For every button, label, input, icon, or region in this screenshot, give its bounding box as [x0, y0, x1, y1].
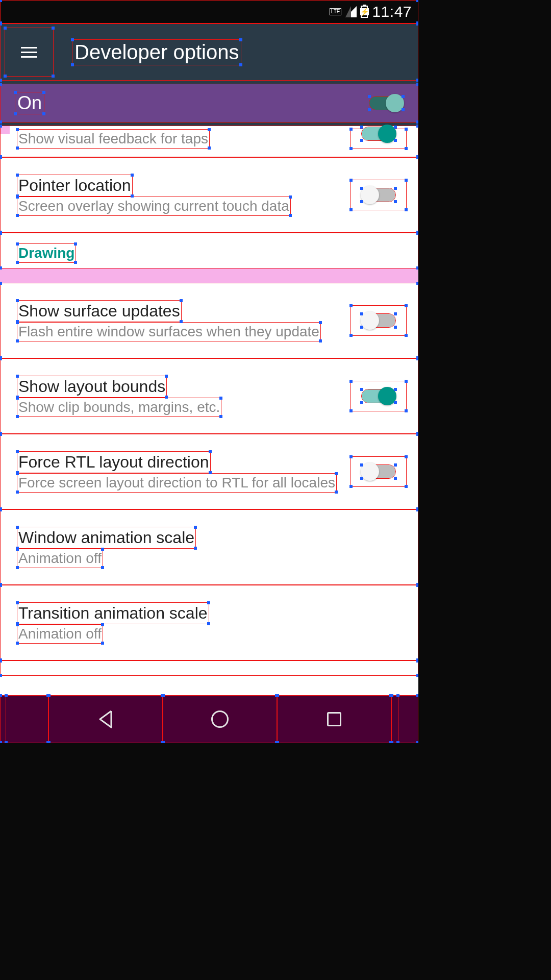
toggle-show-surface-updates[interactable]: [361, 313, 396, 328]
row-force-rtl[interactable]: Force RTL layout direction Force screen …: [0, 434, 418, 509]
toggle-show-taps[interactable]: [361, 127, 396, 141]
toggle-pointer-location[interactable]: [361, 188, 396, 202]
nav-recent-button[interactable]: [277, 695, 391, 743]
row-subtitle: Flash entire window surfaces when they u…: [17, 322, 321, 341]
master-switch-row[interactable]: On: [0, 84, 418, 122]
hamburger-menu-button[interactable]: [5, 28, 54, 77]
app-bar: Developer options: [0, 23, 418, 81]
settings-list[interactable]: Show visual feedback for taps Pointer lo…: [0, 126, 418, 676]
row-title: Show layout bounds: [17, 376, 167, 398]
nav-spacer: [391, 695, 398, 743]
row-title: Pointer location: [17, 175, 133, 197]
section-header-label: Drawing: [17, 243, 76, 263]
status-bar-clock: 11:47: [372, 3, 412, 20]
back-icon: [98, 710, 113, 728]
row-title: Force RTL layout direction: [17, 451, 211, 473]
navigation-bar: [0, 695, 418, 743]
row-subtitle: Animation off: [17, 549, 103, 568]
row-show-taps[interactable]: Show visual feedback for taps: [0, 126, 418, 157]
switch-slot: [350, 305, 407, 336]
row-show-surface-updates[interactable]: Show surface updates Flash entire window…: [0, 283, 418, 358]
battery-charging-icon: ⚡: [361, 4, 368, 19]
switch-slot: [350, 381, 407, 411]
app-bar-title: Developer options: [72, 39, 241, 65]
nav-spacer: [6, 695, 48, 743]
recent-apps-icon: [327, 712, 341, 726]
margin-highlight: [0, 268, 418, 283]
switch-slot: [350, 456, 407, 487]
row-transition-animation-scale[interactable]: Transition animation scale Animation off: [0, 585, 418, 660]
row-show-layout-bounds[interactable]: Show layout bounds Show clip bounds, mar…: [0, 358, 418, 434]
row-window-animation-scale[interactable]: Window animation scale Animation off: [0, 509, 418, 585]
row-subtitle: Screen overlay showing current touch dat…: [17, 197, 291, 216]
nav-home-button[interactable]: [163, 695, 277, 743]
switch-slot: [350, 180, 407, 210]
row-subtitle: Show visual feedback for taps: [17, 129, 210, 149]
switch-slot: [350, 129, 407, 149]
row-title: Window animation scale: [17, 527, 196, 549]
row-subtitle: Force screen layout direction to RTL for…: [17, 473, 337, 493]
margin-highlight: [1, 126, 10, 134]
row-subtitle: Animation off: [17, 624, 103, 644]
signal-icon: [345, 4, 357, 19]
screen-root: LTE ⚡ 11:47 Developer options On: [0, 0, 418, 743]
row-title: Show surface updates: [17, 300, 182, 322]
row-subtitle: Show clip bounds, margins, etc.: [17, 398, 221, 417]
home-icon: [211, 710, 229, 728]
nav-back-button[interactable]: [48, 695, 163, 743]
lte-icon: LTE: [330, 4, 342, 19]
toggle-show-layout-bounds[interactable]: [361, 389, 396, 403]
hamburger-icon: [21, 47, 37, 48]
toggle-force-rtl[interactable]: [361, 464, 396, 479]
section-header-drawing: Drawing: [0, 233, 418, 268]
status-bar: LTE ⚡ 11:47: [0, 0, 418, 23]
row-next-partial[interactable]: [0, 660, 418, 676]
master-switch-toggle[interactable]: [369, 96, 404, 110]
row-pointer-location[interactable]: Pointer location Screen overlay showing …: [0, 157, 418, 233]
master-switch-label: On: [15, 92, 44, 114]
row-title: Transition animation scale: [17, 602, 209, 624]
